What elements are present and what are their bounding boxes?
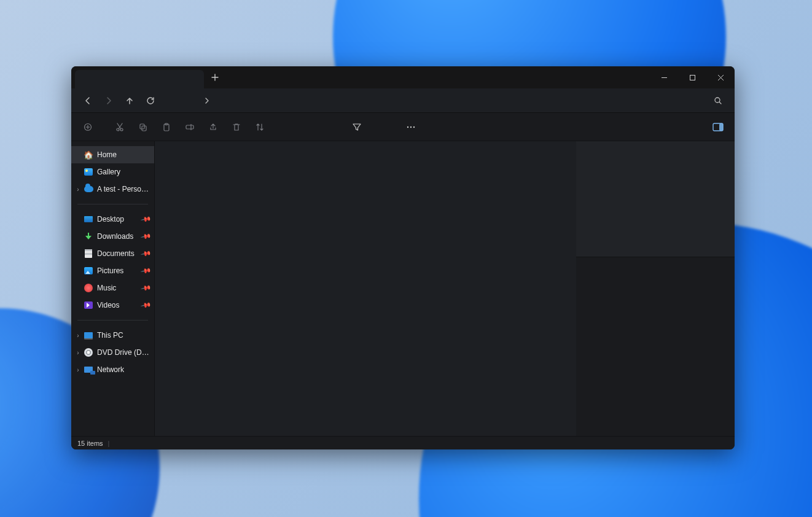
plus-icon bbox=[211, 74, 219, 81]
arrow-right-icon bbox=[104, 96, 113, 105]
sidebar-item-home[interactable]: 🏠 Home bbox=[71, 146, 154, 163]
cloud-icon bbox=[84, 184, 93, 194]
cut-icon bbox=[115, 122, 125, 132]
pin-icon: 📌 bbox=[141, 265, 152, 277]
sidebar-item-label: DVD Drive (D:) CCCOMA_X64FRE bbox=[97, 348, 150, 357]
sidebar-item-label: Music bbox=[97, 284, 142, 292]
svg-rect-9 bbox=[186, 125, 193, 129]
sidebar-item-onedrive[interactable]: › A test - Personal bbox=[71, 181, 154, 198]
minimize-icon bbox=[661, 74, 668, 81]
details-pane bbox=[576, 141, 735, 436]
content-area[interactable] bbox=[155, 141, 576, 436]
sort-icon bbox=[255, 122, 265, 132]
arrow-left-icon bbox=[84, 96, 92, 105]
close-button[interactable] bbox=[706, 66, 735, 88]
pin-icon: 📌 bbox=[141, 300, 152, 311]
new-icon bbox=[83, 122, 93, 132]
sidebar-item-label: Videos bbox=[97, 301, 142, 309]
back-button[interactable] bbox=[77, 91, 98, 110]
new-button bbox=[76, 117, 100, 138]
details-pane-button[interactable] bbox=[706, 117, 730, 138]
arrow-up-icon bbox=[125, 96, 134, 105]
status-item-count: 15 items bbox=[77, 440, 103, 447]
sidebar-item-label: Desktop bbox=[97, 215, 142, 224]
sidebar-item-videos[interactable]: Videos 📌 bbox=[71, 297, 154, 314]
chevron-right-icon[interactable]: › bbox=[74, 332, 82, 339]
pin-icon: 📌 bbox=[141, 248, 152, 260]
refresh-icon bbox=[146, 96, 155, 105]
delete-button bbox=[225, 117, 248, 138]
explorer-body: 🏠 Home Gallery › A test - Personal bbox=[71, 141, 735, 436]
details-pane-icon bbox=[712, 123, 724, 131]
home-icon: 🏠 bbox=[84, 150, 93, 160]
sidebar-item-dvd-drive[interactable]: › DVD Drive (D:) CCCOMA_X64FRE bbox=[71, 344, 154, 361]
chevron-right-icon[interactable]: › bbox=[74, 186, 82, 193]
downloads-icon bbox=[84, 231, 93, 241]
sort-button bbox=[248, 117, 271, 138]
svg-rect-14 bbox=[719, 123, 723, 131]
videos-icon bbox=[84, 300, 93, 310]
chevron-right-icon[interactable]: › bbox=[74, 367, 82, 373]
sidebar-item-label: Pictures bbox=[97, 266, 142, 275]
new-tab-button[interactable] bbox=[206, 69, 224, 86]
sidebar-item-pictures[interactable]: Pictures 📌 bbox=[71, 262, 154, 279]
svg-point-10 bbox=[407, 126, 408, 127]
sidebar-separator bbox=[77, 320, 148, 321]
sidebar-item-label: Gallery bbox=[97, 168, 150, 176]
sidebar-item-label: Home bbox=[97, 150, 150, 159]
sidebar-item-label: Documents bbox=[97, 249, 142, 258]
more-icon bbox=[406, 122, 416, 132]
chevron-right-icon[interactable]: › bbox=[74, 349, 82, 356]
close-icon bbox=[717, 74, 724, 81]
pin-icon: 📌 bbox=[141, 214, 152, 225]
search-button[interactable] bbox=[708, 91, 728, 110]
copy-button bbox=[131, 117, 155, 138]
share-button bbox=[201, 117, 225, 138]
status-bar: 15 items | bbox=[71, 436, 735, 449]
search-icon bbox=[714, 96, 722, 105]
chevron-right-icon bbox=[204, 98, 210, 104]
details-pane-info bbox=[576, 257, 735, 436]
window-controls bbox=[650, 66, 735, 88]
cut-button bbox=[108, 117, 131, 138]
active-tab[interactable] bbox=[75, 70, 204, 88]
sidebar-item-gallery[interactable]: Gallery bbox=[71, 163, 154, 181]
title-bar bbox=[71, 66, 735, 88]
pictures-icon bbox=[84, 266, 93, 276]
sidebar-item-label: A test - Personal bbox=[97, 185, 150, 193]
navigation-bar bbox=[71, 88, 735, 113]
refresh-button[interactable] bbox=[140, 91, 161, 110]
tab-strip bbox=[71, 66, 650, 88]
pc-icon bbox=[84, 330, 93, 340]
up-button[interactable] bbox=[119, 91, 140, 110]
svg-point-11 bbox=[410, 126, 412, 127]
minimize-button[interactable] bbox=[650, 66, 678, 88]
maximize-icon bbox=[689, 74, 696, 81]
svg-rect-0 bbox=[690, 75, 695, 80]
paste-button bbox=[155, 117, 178, 138]
more-button[interactable] bbox=[399, 117, 423, 138]
file-explorer-window: 🏠 Home Gallery › A test - Personal bbox=[71, 66, 735, 449]
rename-icon bbox=[185, 122, 195, 132]
sidebar-item-this-pc[interactable]: › This PC bbox=[71, 327, 154, 344]
svg-point-12 bbox=[413, 126, 415, 127]
sidebar-item-network[interactable]: › Network bbox=[71, 361, 154, 378]
command-bar bbox=[71, 113, 735, 141]
sidebar-item-music[interactable]: Music 📌 bbox=[71, 279, 154, 297]
sidebar-item-downloads[interactable]: Downloads 📌 bbox=[71, 228, 154, 245]
pin-icon: 📌 bbox=[141, 282, 152, 294]
details-pane-preview bbox=[576, 141, 735, 257]
sidebar-separator bbox=[77, 204, 148, 204]
maximize-button[interactable] bbox=[678, 66, 706, 88]
navigation-pane: 🏠 Home Gallery › A test - Personal bbox=[71, 141, 155, 436]
sidebar-item-label: Downloads bbox=[97, 232, 142, 241]
sidebar-item-desktop[interactable]: Desktop 📌 bbox=[71, 211, 154, 228]
network-icon bbox=[84, 365, 93, 375]
breadcrumb-caret[interactable] bbox=[204, 98, 210, 104]
paste-icon bbox=[162, 122, 171, 132]
sidebar-item-documents[interactable]: Documents 📌 bbox=[71, 245, 154, 262]
share-icon bbox=[208, 122, 218, 132]
documents-icon bbox=[84, 249, 93, 258]
filter-button[interactable] bbox=[345, 117, 369, 138]
copy-icon bbox=[138, 122, 148, 132]
